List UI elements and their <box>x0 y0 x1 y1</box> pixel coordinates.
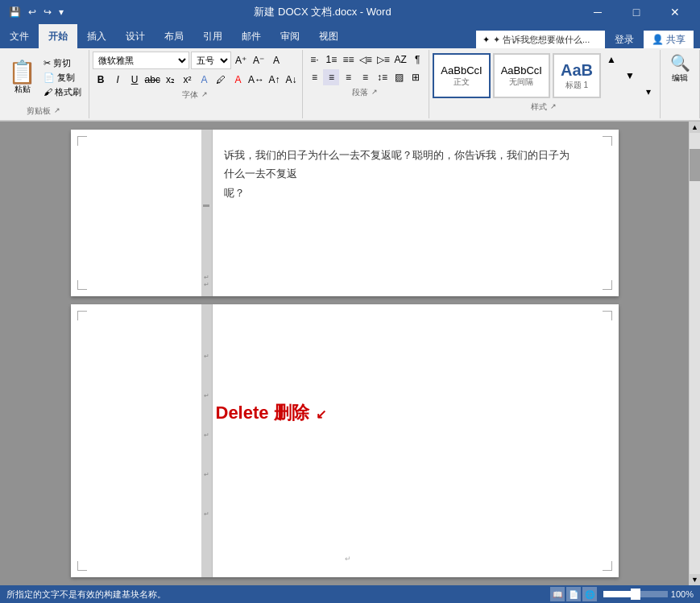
font-name-select[interactable]: 微软雅黑 <box>93 52 189 69</box>
font-shrink-button[interactable]: A⁻ <box>251 52 267 68</box>
view-mode-buttons: 📖 📄 🌐 <box>550 587 597 601</box>
tab-references[interactable]: 引用 <box>193 24 232 48</box>
style-heading1[interactable]: AaB 标题 1 <box>553 53 601 98</box>
tab-review[interactable]: 审阅 <box>271 24 309 48</box>
shading-button[interactable]: ▨ <box>391 69 407 85</box>
page2-return-mark: ↵ <box>345 555 351 563</box>
sort-button[interactable]: AZ <box>392 52 408 68</box>
font-expand-icon[interactable]: ↗ <box>200 90 209 100</box>
cut-button[interactable]: ✂ 剪切 <box>41 56 84 70</box>
text-highlight-button[interactable]: 🖊 <box>213 72 229 88</box>
clear-format-button[interactable]: A <box>268 52 284 68</box>
editing-group: 🔍 编辑 <box>661 50 700 118</box>
undo-button[interactable]: ↩ <box>26 5 39 19</box>
customize-button[interactable]: ▾ <box>56 5 66 19</box>
tab-view[interactable]: 视图 <box>309 24 348 48</box>
font-label: 字体 ↗ <box>93 89 299 101</box>
decrease-indent-button[interactable]: ◁≡ <box>357 52 374 68</box>
bullets-button[interactable]: ≡· <box>306 52 322 68</box>
ruler-mark-3: ↵ <box>204 432 209 439</box>
multilevel-list-button[interactable]: ≡≡ <box>340 52 356 68</box>
find-replace-button[interactable]: 🔍 编辑 <box>664 52 696 85</box>
text-effect-button[interactable]: A <box>196 72 212 88</box>
tab-insert[interactable]: 插入 <box>77 24 116 48</box>
align-center-button[interactable]: ≡ <box>323 69 339 85</box>
font-size-up2-button[interactable]: A↑ <box>266 72 282 88</box>
styles-preview: AaBbCcI 正文 AaBbCcI 无间隔 AaB 标题 1 ▲ ▼ ▾ <box>433 52 657 100</box>
styles-more[interactable]: ▾ <box>640 84 657 100</box>
window-title: 新建 DOCX 文档.docx - Word <box>66 5 579 19</box>
corner-mark-bl <box>77 280 87 290</box>
zoom-slider[interactable] <box>603 591 668 597</box>
close-button[interactable]: ✕ <box>657 0 694 24</box>
font-color-button[interactable]: A <box>230 72 246 88</box>
paste-button[interactable]: 📋 粘贴 <box>5 60 39 97</box>
styles-label: 样式 ↗ <box>433 101 657 113</box>
justify-button[interactable]: ≡ <box>357 69 373 85</box>
print-view-button[interactable]: 📄 <box>566 587 581 601</box>
status-bar: 所指定的文字不是有效的构建基块名称。 📖 📄 🌐 100% <box>0 585 700 603</box>
styles-group: AaBbCcI 正文 AaBbCcI 无间隔 AaB 标题 1 ▲ ▼ ▾ 样式… <box>429 50 661 118</box>
styles-scroll-down[interactable]: ▼ <box>622 68 638 84</box>
line-spacing-button[interactable]: ↕≡ <box>374 69 390 85</box>
scroll-down-button[interactable]: ▼ <box>690 574 701 585</box>
status-message: 所指定的文字不是有效的构建基块名称。 <box>6 589 166 601</box>
font-size-select[interactable]: 五号 <box>191 52 231 69</box>
minimize-button[interactable]: ─ <box>579 0 616 24</box>
corner-mark2-tl <box>77 311 87 320</box>
save-button[interactable]: 💾 <box>6 5 23 19</box>
share-button[interactable]: 👤 共享 <box>644 31 694 48</box>
document-scroll-area[interactable]: ↵ ↵ 诉我，我们的日子为什么一去不复返呢？聪明的，你告诉我，我们的日子为什么一… <box>0 122 689 585</box>
tab-layout[interactable]: 布局 <box>155 24 193 48</box>
font-size-down2-button[interactable]: A↓ <box>283 72 299 88</box>
superscript-button[interactable]: x² <box>179 72 195 88</box>
font-grow-button[interactable]: A⁺ <box>233 52 249 68</box>
reading-view-button[interactable]: 📖 <box>550 587 565 601</box>
clipboard-expand-icon[interactable]: ↗ <box>52 106 62 116</box>
restore-button[interactable]: □ <box>618 0 655 24</box>
page1-text-line2: 呢？ <box>224 184 570 202</box>
styles-scroll-up[interactable]: ▲ <box>603 52 619 68</box>
tab-file[interactable]: 文件 <box>0 24 39 48</box>
font-group: 微软雅黑 五号 A⁺ A⁻ A B I U abc x₂ x² A 🖊 A A↔ <box>89 50 303 118</box>
align-right-button[interactable]: ≡ <box>340 69 356 85</box>
numbering-button[interactable]: 1≡ <box>323 52 339 68</box>
align-left-button[interactable]: ≡ <box>306 69 322 85</box>
style-normal[interactable]: AaBbCcI 正文 <box>433 53 490 98</box>
web-view-button[interactable]: 🌐 <box>582 587 597 601</box>
show-marks-button[interactable]: ¶ <box>409 52 425 68</box>
italic-button[interactable]: I <box>110 72 126 88</box>
strikethrough-button[interactable]: abc <box>143 72 161 88</box>
format-painter-button[interactable]: 🖌 格式刷 <box>41 85 84 99</box>
tell-me-label: ✦ 告诉我您想要做什么... <box>493 34 590 46</box>
tab-design[interactable]: 设计 <box>116 24 155 48</box>
paste-icon: 📋 <box>8 61 36 84</box>
scroll-track[interactable] <box>690 133 701 574</box>
underline-button[interactable]: U <box>126 72 143 88</box>
bold-button[interactable]: B <box>93 72 109 88</box>
style-no-spacing[interactable]: AaBbCcI 无间隔 <box>493 53 550 98</box>
corner-mark2-bl <box>77 561 87 571</box>
ruler-return-mark2: ↵ <box>201 281 212 288</box>
increase-indent-button[interactable]: ▷≡ <box>375 52 391 68</box>
corner-mark2-tr <box>603 311 612 320</box>
font-char-spacing-button[interactable]: A↔ <box>246 72 265 88</box>
paragraph-label: 段落 ↗ <box>306 87 425 98</box>
title-bar: 💾 ↩ ↪ ▾ 新建 DOCX 文档.docx - Word ─ □ ✕ <box>0 0 700 24</box>
page2-ruler: ↵ ↵ ↵ ↵ ↵ <box>201 304 213 577</box>
tab-home[interactable]: 开始 <box>39 24 77 48</box>
styles-expand-icon[interactable]: ↗ <box>549 102 558 112</box>
scroll-up-button[interactable]: ▲ <box>690 122 701 133</box>
tell-me-input[interactable]: ✦ ✦ 告诉我您想要做什么... <box>476 31 605 48</box>
subscript-button[interactable]: x₂ <box>162 72 178 88</box>
login-button[interactable]: 登录 <box>608 31 640 48</box>
scroll-thumb[interactable] <box>690 149 701 181</box>
paragraph-expand-icon[interactable]: ↗ <box>370 88 379 97</box>
tab-mailings[interactable]: 邮件 <box>232 24 271 48</box>
redo-button[interactable]: ↪ <box>41 5 54 19</box>
magnifier-icon: 🔍 <box>670 53 690 72</box>
zoom-handle[interactable] <box>631 589 640 600</box>
copy-button[interactable]: 📄 复制 <box>41 71 84 85</box>
borders-button[interactable]: ⊞ <box>408 69 424 85</box>
page-2[interactable]: ↵ ↵ ↵ ↵ ↵ Delete 删除 ↙ ↵ <box>71 304 619 577</box>
